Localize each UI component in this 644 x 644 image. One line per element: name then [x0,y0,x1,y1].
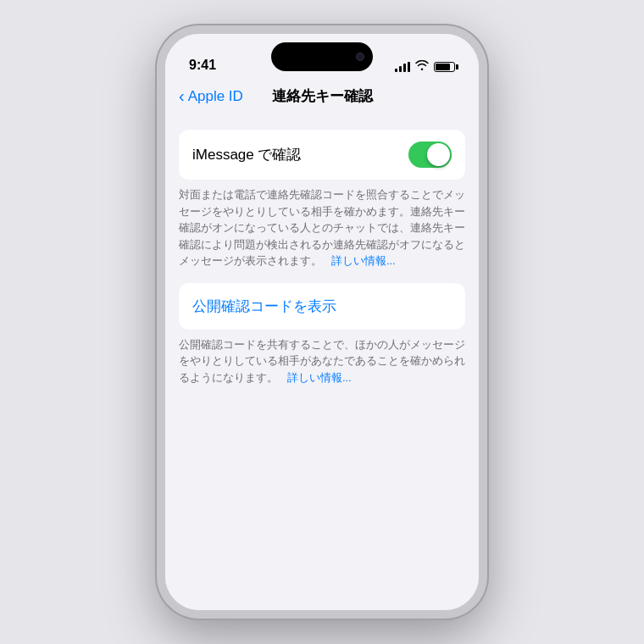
status-time: 9:41 [189,58,216,73]
back-button[interactable]: ‹ Apple ID [179,87,243,106]
back-chevron-icon: ‹ [179,86,185,106]
dynamic-island [271,42,373,71]
description-body: 対面または電話で連絡先確認コードを照合することでメッセージをやりとりしている相手… [179,188,465,267]
back-label[interactable]: Apple ID [188,88,243,105]
public-key-desc: 公開確認コードを共有することで、ほかの人がメッセージをやりとりしている相手があな… [179,336,465,386]
content-area: iMessage で確認 対面または電話で連絡先確認コードを照合することでメッセ… [165,116,479,610]
imessage-toggle-card: iMessage で確認 [179,130,465,180]
public-key-card[interactable]: 公開確認コードを表示 [179,283,465,330]
battery-fill [436,64,450,70]
imessage-toggle[interactable] [408,142,452,168]
description-text: 対面または電話で連絡先確認コードを照合することでメッセージをやりとりしている相手… [179,186,465,269]
imessage-toggle-label: iMessage で確認 [192,145,301,164]
nav-bar: ‹ Apple ID 連絡先キー確認 [165,80,479,116]
description-link[interactable]: 詳しい情報... [331,254,396,267]
toggle-knob [427,143,450,166]
public-key-link[interactable]: 公開確認コードを表示 [192,298,336,314]
wifi-icon [415,60,429,73]
imessage-toggle-row: iMessage で確認 [179,130,465,180]
camera-dot [356,53,364,61]
signal-bars-icon [395,62,410,72]
status-icons [395,60,455,73]
public-key-desc-link[interactable]: 詳しい情報... [287,371,352,384]
battery-icon [434,62,455,72]
status-bar: 9:41 [165,34,479,80]
nav-title: 連絡先キー確認 [272,86,373,106]
phone-frame: 9:41 ‹ [157,25,487,619]
